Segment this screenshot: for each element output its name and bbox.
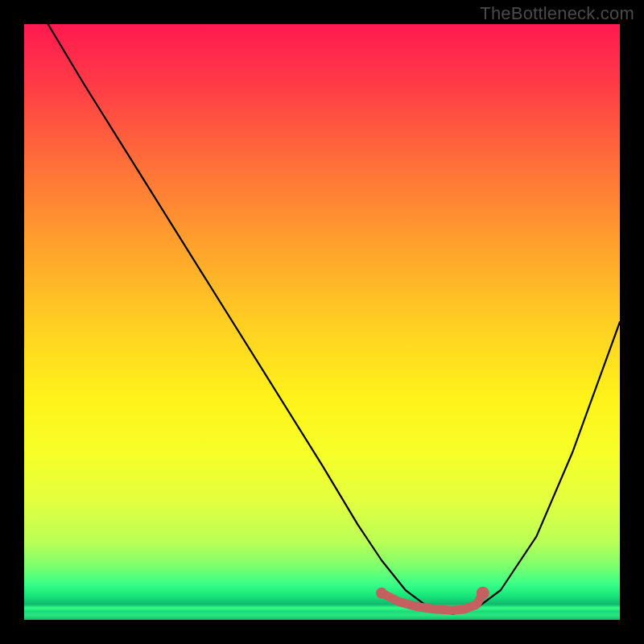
svg-point-1 (477, 587, 489, 600)
bottleneck-curve-line (48, 24, 620, 614)
svg-point-0 (376, 588, 387, 599)
plot-area (24, 24, 620, 620)
optimal-range-marker (376, 587, 489, 610)
curve-layer (24, 24, 620, 620)
watermark-text: TheBottleneck.com (480, 3, 634, 24)
chart-container: TheBottleneck.com (0, 0, 644, 644)
